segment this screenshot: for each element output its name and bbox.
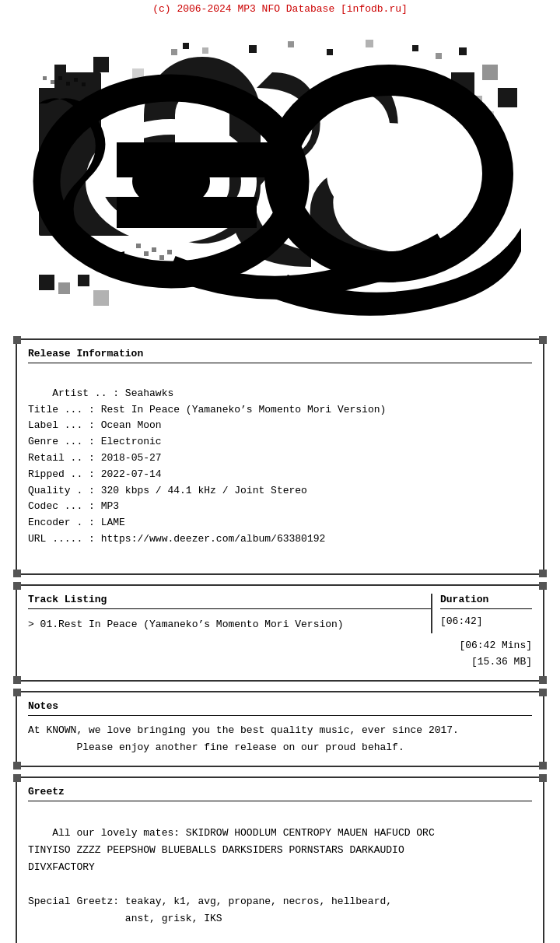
corner-br [539, 676, 547, 684]
release-info-section: Release Information Artist .. : Seahawks… [16, 338, 544, 575]
svg-rect-13 [327, 49, 333, 55]
svg-rect-41 [136, 244, 141, 248]
svg-rect-38 [66, 82, 70, 86]
svg-rect-43 [152, 247, 156, 252]
svg-point-32 [327, 123, 451, 224]
svg-rect-8 [171, 49, 177, 55]
corner-bl [13, 676, 21, 684]
logo-ascii-art: sM [0, 18, 560, 329]
svg-rect-33 [117, 142, 288, 177]
svg-rect-19 [58, 282, 70, 294]
duration-divider [440, 608, 532, 609]
svg-rect-12 [288, 41, 294, 47]
total-duration: [06:42 Mins] [28, 638, 532, 654]
svg-rect-49 [334, 307, 340, 313]
notes-section: Notes At KNOWN, we love bringing you the… [16, 691, 544, 767]
notes-divider [28, 715, 532, 716]
codec-row: Codec ... : MP3 [28, 500, 119, 512]
svg-rect-37 [58, 76, 62, 80]
track-listing-section: Track Listing > 01.Rest In Peace (Yamane… [16, 584, 544, 682]
track-duration-1: [06:42] [440, 615, 532, 627]
corner-tr [539, 336, 547, 344]
release-info-title: Release Information [28, 348, 532, 359]
svg-rect-15 [412, 45, 418, 51]
totals: [06:42 Mins] [15.36 MB] [28, 638, 532, 671]
svg-rect-5 [54, 65, 66, 76]
track-listing-divider [28, 608, 431, 609]
track-row-1: > 01.Rest In Peace (Yamaneko’s Momento M… [28, 615, 431, 633]
duration-section: Duration [06:42] [431, 594, 532, 633]
svg-rect-34 [117, 197, 257, 228]
corner-tr [539, 582, 547, 590]
svg-rect-6 [93, 57, 109, 72]
svg-rect-16 [436, 53, 442, 59]
svg-rect-48 [327, 302, 332, 307]
corner-tl [13, 336, 21, 344]
ripped-row: Ripped .. : 2022-07-14 [28, 468, 162, 480]
artist-row: Artist .. : Seahawks [52, 387, 173, 399]
corner-tr [539, 689, 547, 696]
svg-rect-20 [78, 275, 89, 286]
svg-rect-44 [159, 255, 164, 260]
svg-rect-11 [249, 45, 257, 53]
corner-br [539, 762, 547, 769]
svg-rect-18 [39, 275, 54, 290]
svg-rect-50 [342, 304, 348, 310]
url-row: URL ..... : https://www.deezer.com/album… [28, 533, 325, 545]
corner-br [539, 570, 547, 577]
corner-tl [13, 689, 21, 696]
svg-rect-9 [183, 43, 189, 49]
svg-rect-21 [93, 290, 109, 306]
svg-rect-10 [202, 47, 208, 54]
corner-bl [13, 570, 21, 577]
genre-row: Genre ... : Electronic [28, 436, 162, 447]
release-info-divider [28, 363, 532, 363]
greetz-section: Greetz All our lovely mates: SKIDROW HOO… [16, 776, 544, 943]
svg-rect-25 [498, 88, 517, 107]
svg-rect-42 [144, 251, 149, 256]
greetz-divider [28, 801, 532, 801]
svg-rect-14 [366, 40, 373, 47]
svg-rect-17 [459, 47, 467, 55]
retail-row: Retail .. : 2018-05-27 [28, 452, 162, 464]
svg-rect-23 [482, 65, 498, 80]
svg-rect-47 [319, 306, 324, 311]
track-listing-inner: Track Listing > 01.Rest In Peace (Yamane… [28, 594, 532, 633]
corner-tl [13, 774, 21, 782]
header-credit: (c) 2006-2024 MP3 NFO Database [infodb.r… [0, 0, 560, 18]
track-listing-left: Track Listing > 01.Rest In Peace (Yamane… [28, 594, 431, 633]
svg-rect-39 [74, 78, 78, 82]
logo-svg: sM [16, 26, 544, 321]
label-row: Label ... : Ocean Moon [28, 419, 162, 431]
quality-row: Quality . : 320 kbps / 44.1 kHz / Joint … [28, 485, 307, 496]
notes-title: Notes [28, 700, 532, 712]
corner-bl [13, 762, 21, 769]
greetz-text: All our lovely mates: SKIDROW HOODLUM CE… [28, 808, 532, 943]
encoder-row: Encoder . : LAME [28, 517, 125, 528]
svg-rect-40 [82, 82, 86, 86]
corner-tl [13, 582, 21, 590]
greetz-title: Greetz [28, 786, 532, 798]
svg-rect-45 [167, 250, 172, 254]
corner-tr [539, 774, 547, 782]
notes-text: At KNOWN, we love bringing you the best … [28, 722, 532, 756]
svg-rect-35 [43, 76, 47, 80]
total-size: [15.36 MB] [28, 654, 532, 671]
release-info-table: Artist .. : Seahawks Title ... : Rest In… [28, 370, 532, 564]
title-row: Title ... : Rest In Peace (Yamaneko’s Mo… [28, 404, 386, 415]
svg-rect-36 [51, 80, 54, 84]
track-listing-title: Track Listing [28, 594, 431, 605]
duration-title: Duration [440, 594, 532, 605]
svg-rect-46 [311, 298, 317, 303]
